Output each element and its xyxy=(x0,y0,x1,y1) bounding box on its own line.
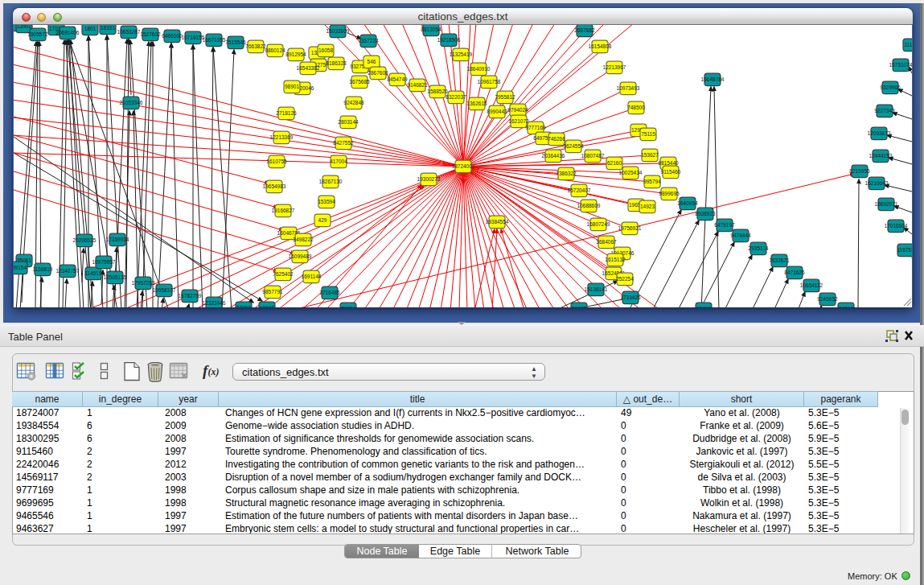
svg-text:116753: 116753 xyxy=(897,247,912,253)
svg-text:20364436: 20364436 xyxy=(542,153,565,159)
svg-text:1610755: 1610755 xyxy=(266,159,287,164)
svg-text:1733426: 1733426 xyxy=(620,295,641,300)
svg-text:8186328: 8186328 xyxy=(326,60,347,66)
svg-text:17359934: 17359934 xyxy=(106,237,129,242)
svg-text:15136141: 15136141 xyxy=(585,286,608,292)
svg-text:1640954: 1640954 xyxy=(677,200,698,206)
svg-text:8471626: 8471626 xyxy=(784,270,805,275)
svg-text:8427552: 8427552 xyxy=(333,140,354,146)
svg-text:1588520: 1588520 xyxy=(427,89,448,94)
svg-text:19218506: 19218506 xyxy=(437,37,461,43)
svg-text:252254: 252254 xyxy=(616,276,634,282)
svg-text:153627: 153627 xyxy=(641,152,659,158)
svg-text:9794024: 9794024 xyxy=(507,107,528,113)
svg-text:417004: 417004 xyxy=(330,159,347,164)
svg-text:18331: 18331 xyxy=(101,25,115,31)
svg-text:18640910: 18640910 xyxy=(467,66,491,72)
svg-text:15720407: 15720407 xyxy=(568,187,591,193)
svg-text:16671355: 16671355 xyxy=(203,37,226,43)
svg-text:16210643: 16210643 xyxy=(865,180,889,186)
svg-text:1615132: 1615132 xyxy=(605,257,626,262)
svg-text:10973493: 10973493 xyxy=(617,85,640,91)
svg-text:2687682: 2687682 xyxy=(574,27,595,33)
svg-text:9474444: 9474444 xyxy=(730,233,751,238)
svg-text:(x): (x) xyxy=(208,366,220,377)
svg-text:7625402: 7625402 xyxy=(273,271,294,277)
svg-text:9146821: 9146821 xyxy=(407,82,428,88)
svg-text:9242848: 9242848 xyxy=(343,100,364,105)
svg-text:12213369: 12213369 xyxy=(270,134,294,140)
svg-text:153594: 153594 xyxy=(318,199,335,204)
svg-text:11325419: 11325419 xyxy=(450,51,473,57)
svg-text:9777169: 9777169 xyxy=(525,125,546,130)
svg-text:12213967: 12213967 xyxy=(603,64,626,70)
svg-text:7357224: 7357224 xyxy=(358,38,379,43)
svg-text:98901: 98901 xyxy=(285,84,299,89)
svg-text:3675685: 3675685 xyxy=(349,79,370,84)
svg-text:8813054: 8813054 xyxy=(421,27,441,32)
svg-text:10688609: 10688609 xyxy=(577,203,601,208)
svg-text:21053346: 21053346 xyxy=(120,100,143,105)
svg-text:6479197: 6479197 xyxy=(714,222,735,228)
svg-text:746266: 746266 xyxy=(548,136,565,142)
svg-text:995794: 995794 xyxy=(643,179,661,184)
svg-text:16099489: 16099489 xyxy=(289,253,312,259)
svg-text:2718126: 2718126 xyxy=(276,110,297,116)
svg-text:12444153: 12444153 xyxy=(869,153,893,159)
svg-text:7515546: 7515546 xyxy=(225,39,246,45)
svg-text:62160: 62160 xyxy=(607,160,622,166)
svg-text:17016504: 17016504 xyxy=(885,223,908,229)
svg-text:12505135: 12505135 xyxy=(104,274,127,280)
svg-text:10807487: 10807487 xyxy=(581,153,605,159)
svg-text:1362615: 1362615 xyxy=(466,101,487,106)
svg-text:10958107: 10958107 xyxy=(153,287,176,293)
svg-text:2935114: 2935114 xyxy=(749,245,769,251)
svg-text:8215955: 8215955 xyxy=(849,168,870,174)
svg-text:1621072: 1621072 xyxy=(508,118,529,124)
svg-text:1691144: 1691144 xyxy=(302,274,322,279)
svg-text:7955812: 7955812 xyxy=(495,94,515,100)
svg-text:62462: 62462 xyxy=(696,306,711,307)
svg-text:87969: 87969 xyxy=(236,305,251,307)
svg-text:13902: 13902 xyxy=(17,25,31,29)
svg-text:748500: 748500 xyxy=(627,105,645,110)
svg-text:16058: 16058 xyxy=(318,47,333,53)
svg-text:16033809: 16033809 xyxy=(326,28,350,34)
svg-text:15692971: 15692971 xyxy=(875,201,898,207)
svg-text:1527602: 1527602 xyxy=(140,31,161,37)
svg-text:12342757: 12342757 xyxy=(56,268,80,274)
svg-text:429: 429 xyxy=(318,217,327,223)
svg-text:19300273: 19300273 xyxy=(417,176,441,182)
svg-text:16782759: 16782759 xyxy=(179,293,202,299)
svg-text:19384554: 19384554 xyxy=(486,219,509,225)
svg-text:7663822: 7663822 xyxy=(245,43,266,49)
svg-text:9245652: 9245652 xyxy=(817,296,838,302)
svg-text:1801: 1801 xyxy=(84,26,97,31)
svg-text:8912954: 8912954 xyxy=(285,51,306,57)
svg-text:10025434: 10025434 xyxy=(619,170,643,175)
svg-text:94506: 94506 xyxy=(839,306,853,307)
svg-text:8938923: 8938923 xyxy=(695,211,716,216)
svg-text:12093873: 12093873 xyxy=(868,130,891,136)
svg-text:16154808: 16154808 xyxy=(589,43,612,49)
svg-text:9860124: 9860124 xyxy=(265,47,285,53)
svg-text:9329966: 9329966 xyxy=(880,84,901,90)
svg-text:1156819: 1156819 xyxy=(33,266,53,272)
svg-text:18724007: 18724007 xyxy=(452,163,475,169)
svg-text:8454749: 8454749 xyxy=(387,76,408,82)
svg-text:9857791: 9857791 xyxy=(262,289,283,295)
svg-text:9815440: 9815440 xyxy=(658,160,679,166)
svg-text:17957253: 17957253 xyxy=(132,280,155,286)
svg-text:10653267: 10653267 xyxy=(117,29,141,35)
svg-text:3684067: 3684067 xyxy=(596,239,617,245)
svg-text:12323446: 12323446 xyxy=(203,300,226,306)
svg-text:16543382: 16543382 xyxy=(297,65,320,71)
svg-text:10946: 10946 xyxy=(260,305,274,307)
svg-text:546: 546 xyxy=(368,59,376,64)
svg-text:14923: 14923 xyxy=(640,204,655,209)
svg-text:3498222: 3498222 xyxy=(293,237,314,242)
svg-text:9115460: 9115460 xyxy=(661,169,681,175)
svg-text:8990443: 8990443 xyxy=(487,109,507,114)
svg-text:20206535: 20206535 xyxy=(73,237,97,243)
svg-text:9227343: 9227343 xyxy=(874,108,895,113)
